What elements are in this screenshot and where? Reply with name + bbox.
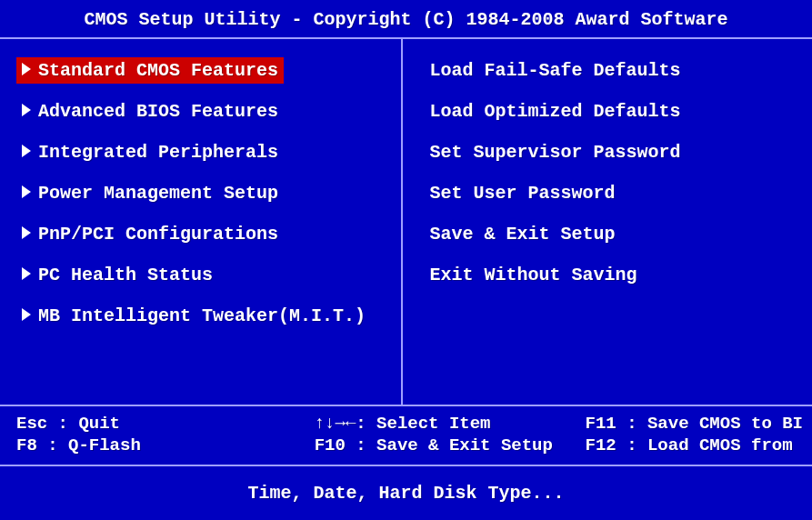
menu-item-load-optimized[interactable]: Load Optimized Defaults — [428, 98, 804, 139]
menu-item-user-password[interactable]: Set User Password — [428, 180, 804, 221]
menu-item-label: Save & Exit Setup — [430, 224, 616, 245]
menu-item-standard-cmos[interactable]: Standard CMOS Features — [16, 57, 392, 98]
menu-item-label: Integrated Peripherals — [38, 142, 278, 163]
menu-item-label: Standard CMOS Features — [38, 60, 278, 81]
menu-item-power-management[interactable]: Power Management Setup — [16, 180, 392, 221]
menu-item-label: Exit Without Saving — [430, 265, 637, 285]
menu-item-advanced-bios[interactable]: Advanced BIOS Features — [16, 98, 392, 139]
help-f12: F12 : Load CMOS from — [586, 435, 803, 455]
help-bar: Esc : Quit F8 : Q-Flash ↑↓→←: Select Ite… — [0, 406, 812, 466]
status-bar: Time, Date, Hard Disk Type... — [0, 466, 812, 520]
menu-item-label: Load Fail-Safe Defaults — [430, 60, 681, 81]
menu-item-save-exit[interactable]: Save & Exit Setup — [428, 221, 804, 262]
triangle-icon — [22, 145, 31, 157]
help-col-right: F11 : Save CMOS to BI F12 : Load CMOS fr… — [586, 414, 803, 457]
triangle-icon — [22, 267, 31, 280]
menu-item-pnp-pci[interactable]: PnP/PCI Configurations — [16, 221, 392, 262]
menu-item-label: Power Management Setup — [38, 183, 278, 204]
triangle-icon — [22, 104, 31, 116]
menu-item-integrated-peripherals[interactable]: Integrated Peripherals — [16, 139, 392, 180]
status-text: Time, Date, Hard Disk Type... — [247, 483, 564, 504]
menu-item-exit-no-save[interactable]: Exit Without Saving — [428, 262, 804, 303]
triangle-icon — [22, 308, 31, 321]
menu-item-label: Advanced BIOS Features — [38, 101, 278, 122]
help-f11: F11 : Save CMOS to BI — [586, 414, 803, 434]
main-menu-area: Standard CMOS Features Advanced BIOS Fea… — [0, 39, 812, 406]
triangle-icon — [22, 226, 31, 239]
triangle-icon — [22, 185, 31, 198]
menu-item-label: Set Supervisor Password — [430, 142, 681, 163]
help-esc: Esc : Quit — [16, 414, 315, 434]
triangle-icon — [22, 63, 31, 75]
menu-item-label: Load Optimized Defaults — [430, 101, 681, 122]
help-col-left: Esc : Quit F8 : Q-Flash — [16, 414, 315, 457]
menu-item-load-failsafe[interactable]: Load Fail-Safe Defaults — [428, 57, 804, 98]
left-menu-column: Standard CMOS Features Advanced BIOS Fea… — [0, 39, 403, 405]
menu-item-pc-health[interactable]: PC Health Status — [16, 262, 392, 303]
menu-item-label: PnP/PCI Configurations — [38, 224, 278, 245]
help-f10: F10 : Save & Exit Setup — [315, 435, 586, 455]
help-col-mid: ↑↓→←: Select Item F10 : Save & Exit Setu… — [315, 414, 586, 457]
menu-item-supervisor-password[interactable]: Set Supervisor Password — [428, 139, 804, 180]
menu-item-label: MB Intelligent Tweaker(M.I.T.) — [38, 305, 366, 326]
title-bar: CMOS Setup Utility - Copyright (C) 1984-… — [0, 0, 812, 39]
help-arrows: ↑↓→←: Select Item — [315, 414, 586, 434]
menu-item-label: PC Health Status — [38, 265, 213, 285]
right-menu-column: Load Fail-Safe Defaults Load Optimized D… — [403, 39, 813, 405]
menu-item-label: Set User Password — [430, 183, 616, 204]
menu-item-mb-tweaker[interactable]: MB Intelligent Tweaker(M.I.T.) — [16, 303, 392, 344]
title-text: CMOS Setup Utility - Copyright (C) 1984-… — [84, 9, 727, 30]
help-f8: F8 : Q-Flash — [16, 435, 315, 455]
